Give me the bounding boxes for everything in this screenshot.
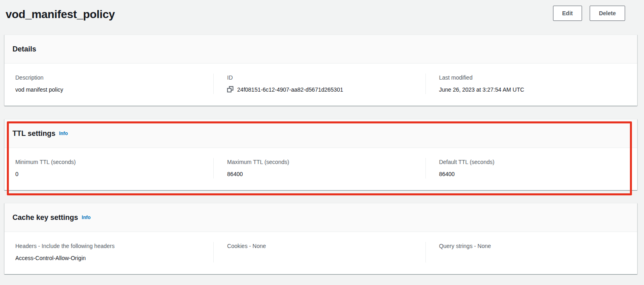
copy-id-button[interactable] <box>227 86 233 94</box>
cache-key-card-header: Cache key settingsInfo <box>4 203 637 232</box>
content: Details Description vod manifest policy … <box>0 35 644 274</box>
description-field: Description vod manifest policy <box>4 74 213 94</box>
field-value: 0 <box>15 170 205 178</box>
field-value: June 26, 2023 at 3:27:54 AM UTC <box>439 86 629 94</box>
delete-button[interactable]: Delete <box>590 6 625 21</box>
ttl-settings-title: TTL settings <box>12 129 56 137</box>
field-label: Cookies - None <box>227 242 417 250</box>
edit-button[interactable]: Edit <box>553 6 582 21</box>
page-title: vod_manifest_policy <box>6 5 115 24</box>
last-modified-field: Last modified June 26, 2023 at 3:27:54 A… <box>425 74 637 94</box>
field-label: Description <box>15 74 205 82</box>
policy-id-value: 24f08151-6c12-4907-aa82-d5671d265301 <box>237 86 343 94</box>
query-strings-field: Query strings - None <box>425 242 637 262</box>
field-value: 86400 <box>439 170 629 178</box>
ttl-card-header: TTL settingsInfo <box>4 119 637 148</box>
cache-key-settings-title: Cache key settings <box>12 213 78 221</box>
headers-field: Headers - Include the following headers … <box>4 242 213 262</box>
field-value: Access-Control-Allow-Origin <box>15 254 205 262</box>
ttl-card-body: Minimum TTL (seconds) 0 Maximum TTL (sec… <box>4 148 637 190</box>
ttl-settings-card: TTL settingsInfo Minimum TTL (seconds) 0… <box>4 119 637 190</box>
minimum-ttl-field: Minimum TTL (seconds) 0 <box>4 158 213 178</box>
header-actions: Edit Delete <box>553 5 625 21</box>
cache-key-card-body: Headers - Include the following headers … <box>4 232 637 274</box>
field-label: ID <box>227 74 417 82</box>
ttl-info-link[interactable]: Info <box>59 131 68 136</box>
field-label: Headers - Include the following headers <box>15 242 205 250</box>
cache-key-info-link[interactable]: Info <box>82 215 91 220</box>
field-label: Default TTL (seconds) <box>439 158 629 166</box>
field-label: Minimum TTL (seconds) <box>15 158 205 166</box>
cookies-field: Cookies - None <box>213 242 425 262</box>
default-ttl-field: Default TTL (seconds) 86400 <box>425 158 637 178</box>
field-value: 86400 <box>227 170 417 178</box>
page-header: vod_manifest_policy Edit Delete <box>0 0 644 24</box>
field-value: vod manifest policy <box>15 86 205 94</box>
cache-policy-detail-page: vod_manifest_policy Edit Delete Details … <box>0 0 644 274</box>
copy-icon <box>227 86 233 94</box>
field-label: Maximum TTL (seconds) <box>227 158 417 166</box>
id-field: ID 24f08151-6c12-4907-aa82-d5671d265301 <box>213 74 425 94</box>
maximum-ttl-field: Maximum TTL (seconds) 86400 <box>213 158 425 178</box>
cache-key-settings-card: Cache key settingsInfo Headers - Include… <box>4 203 637 274</box>
details-card-body: Description vod manifest policy ID <box>4 64 637 106</box>
details-title: Details <box>12 45 36 53</box>
details-card: Details Description vod manifest policy … <box>4 35 637 106</box>
field-label: Last modified <box>439 74 629 82</box>
ttl-settings-wrapper: TTL settingsInfo Minimum TTL (seconds) 0… <box>4 119 637 190</box>
details-card-header: Details <box>4 35 637 64</box>
field-value: 24f08151-6c12-4907-aa82-d5671d265301 <box>227 86 417 94</box>
field-label: Query strings - None <box>439 242 629 250</box>
